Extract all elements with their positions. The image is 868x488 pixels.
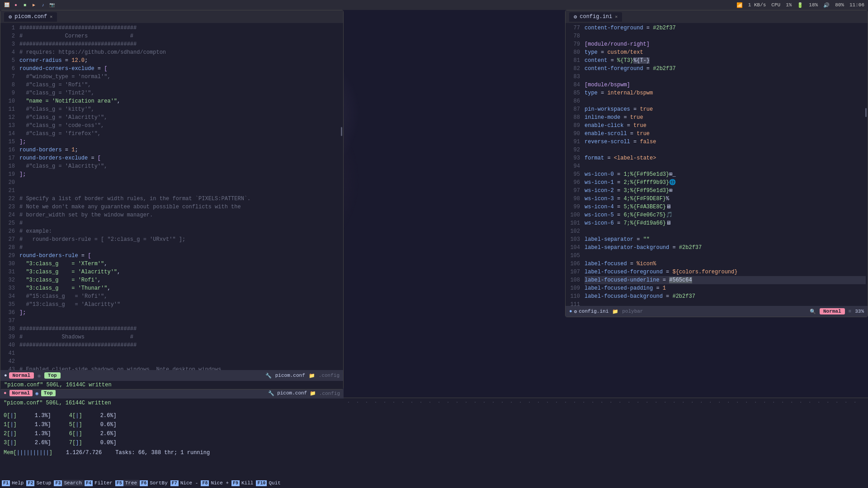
right-line-numbers: 7778798081 8283848586 8788899091 9293949… [566,23,583,306]
left-tab[interactable]: ⚙ picom.conf ✕ [4,12,57,22]
code-line: # border_width set by the window manager… [19,211,341,219]
right-status-bar: ● ⚙ config.ini 📁 polybar 🔍 Normal ≡ 33% [566,306,868,317]
left-tab-label: picom.conf [14,14,47,20]
left-editor-content[interactable]: 12345 678910 1112131415 1617181920 21222… [0,23,343,370]
code-line: ws-icon-1 = 2;%{F#fff9b93}🌐 [585,178,866,187]
left-code-area[interactable]: #################################### # C… [18,23,343,370]
code-line: inline-mode = true [585,113,866,122]
code-line: #"window_type = 'normal'", [19,73,341,81]
fn6-key[interactable]: F6SortBy [140,480,170,486]
music-icon: ♪ [40,2,46,8]
right-editor-content[interactable]: 7778798081 8283848586 8788899091 9293949… [566,23,868,306]
fn10-key[interactable]: F10Quit [256,480,282,486]
right-tab[interactable]: ⚙ config.ini ✕ [569,12,622,22]
code-line: label-separator = "" [585,235,866,244]
code-line: #################################### [19,325,341,333]
fn5-key[interactable]: F5Tree [115,480,139,486]
code-line: corner-radius = 12.0; [19,56,341,65]
system-bar-left: 🪟 ● ■ ▶ ♪ 📷 [4,2,55,8]
mem-tasks-row: Mem[||||||||||] 1.126/7.726 Tasks: 66, 3… [4,449,864,457]
code-line: type = custom/text [585,48,866,56]
code-line: # example: [19,227,341,235]
code-line: # [19,219,341,227]
cpu-5-label: 5[|] [69,421,82,429]
code-line: #"class_g = 'Rofi'", [19,81,341,89]
code-line [585,97,866,105]
code-line: ws-icon-3 = 4;%{F#F9DE8F}% [585,195,866,203]
left-filename-status: picom.conf [277,390,307,396]
fn3-key[interactable]: F3Search [54,480,84,486]
code-line: round-borders-exclude = [ [19,154,341,162]
left-mode-indicator: ● Normal [4,372,34,379]
left-vim-circle: ● [4,390,7,396]
mem-label: Mem[||||||||||] [4,449,52,457]
code-line: #################################### [19,40,341,48]
written-message: "picom.conf" 506L, 16144C written [0,381,343,389]
code-line: #"class_g = 'firefox'", [19,130,341,138]
code-line: "name = 'Notification area'", [19,97,341,105]
cpu-3-percent: 2.6%] [35,439,51,447]
code-line: # Enabled client-side shadows on windows… [19,366,341,370]
code-line: round-borders = 1; [19,146,341,154]
code-line: rounded-corners-exclude = [ [19,65,341,73]
fn1-key[interactable]: F1Help [2,480,25,486]
code-line: ws-icon-2 = 3;%{F#f95e1d3}⊞ [585,187,866,195]
volume-percent: 80% [835,2,844,8]
code-line: #"class_g = 'Alacritty'", [19,162,341,170]
right-code-area[interactable]: content-foreground = #2b2f37 [module/rou… [583,23,868,306]
fn9-key[interactable]: F9Kill [231,480,255,486]
mem-value: 1.126/7.726 [66,449,102,457]
code-line: #"15:class_g = 'Rofi'", [19,292,341,300]
system-bar-right: 📶 1 KB/s CPU 1% 🔋 18% 🔊 80% 11:06 [736,2,864,8]
cpu-2-label: 2[|] [4,430,17,438]
left-pos-badge: Top [44,372,61,379]
code-line: format = <label-state> [585,154,866,162]
fn4-key[interactable]: F4Filter [85,480,114,486]
code-line: #"13:class_g = 'Alacritty'" [19,300,341,309]
cpu-0-percent: 1.3%] [35,412,51,420]
system-bar: 🪟 ● ■ ▶ ♪ 📷 📶 1 KB/s CPU 1% 🔋 18% 🔊 80% … [0,0,868,10]
code-line: ]; [19,170,341,178]
left-status-bar: ● Normal ◉ Top 🔧 picom.conf 📁 .config [0,370,343,381]
fn7-key[interactable]: F7Nice - [170,480,200,486]
code-line: label-focused-background = #2b2f37 [585,292,866,300]
code-line: [module/round-right] [585,40,866,48]
editor-right: ⚙ config.ini ✕ 7778798081 8283848586 878… [565,10,868,317]
play-icon: ▶ [31,2,37,8]
terminal-htop: 0[|] 1.3%] 4[|] 2.6%] 1[|] 1.3%] 5[|] 0.… [0,410,868,478]
code-line: #"class_g = 'Tint2'", [19,89,341,97]
left-dir-status: 📁 .config [310,390,340,396]
right-tab-close[interactable]: ✕ [615,14,618,19]
cpu-1-percent: 1.3%] [35,421,51,429]
left-tab-icon: ⚙ [9,14,12,20]
right-dir-icon: 📁 [612,309,618,314]
fn2-key[interactable]: F2Setup [26,480,53,486]
code-line: # Corners # [19,32,341,40]
cpu-7-percent: 0.0%] [100,439,117,447]
code-line: # Specify a list of border width rules, … [19,195,341,203]
code-line [19,357,341,366]
left-dir-name: .config [319,373,340,378]
cpu-1-label: 1[|] [4,421,17,429]
wifi-status: 📶 [736,2,743,8]
editor-left: ⚙ picom.conf ✕ 12345 678910 1112131415 1… [0,10,344,389]
cpu-status: CPU [771,2,780,8]
right-mode-badge: Normal [820,308,845,314]
left-tab-bar: ⚙ picom.conf ✕ [0,10,343,23]
cpu-7-label: 7[]] [69,439,82,447]
left-tab-close[interactable]: ✕ [50,14,52,19]
code-line [19,349,341,357]
fn8-key[interactable]: F8Nice + [201,480,231,486]
cpu-4-label: 4[|] [69,412,82,420]
right-search-icon: 🔍 [810,309,816,314]
code-line: "3:class_g = 'Thunar'", [19,284,341,292]
code-line: enable-scroll = true [585,130,866,138]
square-icon: ■ [22,2,28,8]
right-tab-bar: ⚙ config.ini ✕ [566,10,868,23]
right-file-name: config.ini [579,309,609,314]
cpu-6-percent: 2.6%] [100,430,117,438]
code-line [19,187,341,195]
clock: 11:06 [849,2,864,8]
code-line: "3:class_g = 'Alacritty'", [19,268,341,276]
code-line: "3:class_g = 'Rofi', [19,276,341,284]
